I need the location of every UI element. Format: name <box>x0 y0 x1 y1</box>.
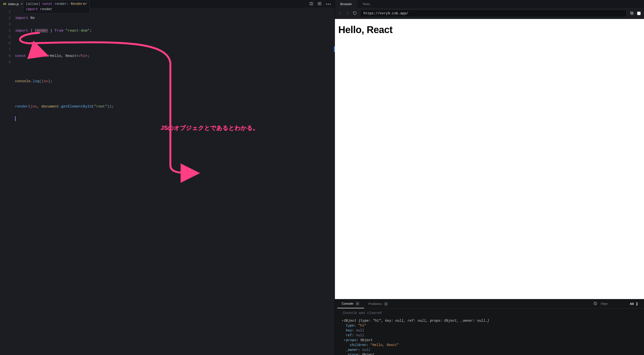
log-level-select[interactable]: All <box>626 302 642 306</box>
close-icon[interactable]: × <box>21 2 23 6</box>
tab-problems[interactable]: Problems 0 <box>364 299 392 308</box>
preview-tabbar: Browser Tests <box>335 0 644 8</box>
js-file-icon: JS <box>3 2 6 5</box>
page-heading: Hello, React <box>338 24 640 35</box>
nav-forward-icon[interactable] <box>346 11 350 16</box>
tab-console[interactable]: Console 0 <box>337 299 364 308</box>
url-input[interactable] <box>360 10 626 17</box>
copy-icon[interactable] <box>630 11 634 16</box>
console-count-badge: 0 <box>355 302 360 306</box>
svg-line-7 <box>594 303 596 305</box>
filter-input[interactable] <box>601 302 622 306</box>
devtools-panel: Console 0 Problems 0 All <box>335 299 644 355</box>
tab-filename: index.js <box>8 2 19 6</box>
code-editor[interactable]: 1 2 3 4 5 6 7 8 9 import Re import { ren… <box>0 8 335 355</box>
svg-rect-4 <box>631 12 633 14</box>
svg-rect-5 <box>630 12 632 14</box>
svg-marker-8 <box>636 302 638 304</box>
code-content[interactable]: import Re import { render } from "react-… <box>15 9 335 355</box>
svg-marker-9 <box>636 305 638 306</box>
open-window-icon[interactable] <box>637 12 640 15</box>
console-object-summary[interactable]: ▾Object {type: "h1", key: null, ref: nul… <box>342 318 640 323</box>
nav-back-icon[interactable] <box>338 11 342 16</box>
nav-reload-icon[interactable] <box>353 11 357 16</box>
text-cursor <box>15 116 16 121</box>
editor-pane: JS index.js × ••• (alias) const rend <box>0 0 335 355</box>
no-filter-icon[interactable] <box>594 302 597 306</box>
preview-page: Hello, React <box>335 19 644 299</box>
intellisense-hover: (alias) const render: Renderer import re… <box>23 0 90 14</box>
sort-icon <box>636 302 638 306</box>
browser-urlbar <box>335 8 644 19</box>
devtools-tabbar: Console 0 Problems 0 All <box>335 299 644 309</box>
console-cleared-msg: Console was cleared <box>343 311 640 315</box>
line-gutter: 1 2 3 4 5 6 7 8 9 <box>0 9 15 355</box>
tab-browser[interactable]: Browser <box>335 0 357 8</box>
console-output[interactable]: Console was cleared ▾Object {type: "h1",… <box>335 309 644 355</box>
more-icon[interactable]: ••• <box>326 2 331 6</box>
svg-marker-3 <box>319 3 320 4</box>
tab-index-js[interactable]: JS index.js × <box>0 0 26 8</box>
preview-pane: Browser Tests Hello, React <box>335 0 644 355</box>
editor-actions: ••• <box>306 0 335 8</box>
app-root: JS index.js × ••• (alias) const rend <box>0 0 644 355</box>
tab-tests[interactable]: Tests <box>357 0 375 8</box>
preview-icon[interactable] <box>318 2 322 6</box>
problems-count-badge: 0 <box>384 302 388 306</box>
split-editor-icon[interactable] <box>309 2 313 6</box>
